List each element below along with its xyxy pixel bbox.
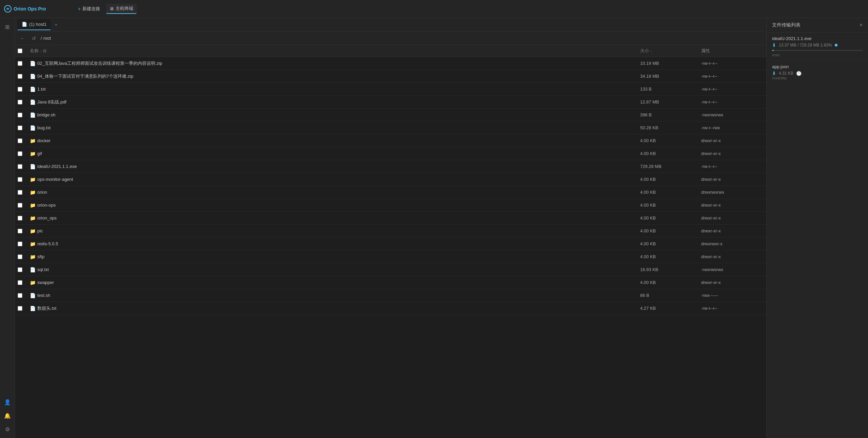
file-name: bridge.sh: [37, 112, 55, 117]
col-name-sort[interactable]: ↕: [40, 49, 42, 53]
tab-file-icon: 📄: [22, 22, 27, 27]
topbar: Orion Ops Pro + 新建连接 🖥 主机终端: [0, 0, 868, 18]
table-row[interactable]: 📁 redis-5.0.5 4.00 KB drwxrwxr-x: [15, 237, 766, 250]
file-type-icon: 📁: [30, 203, 35, 208]
table-row[interactable]: 📁 orion-ops 4.00 KB drwxr-xr-x: [15, 199, 766, 212]
row-checkbox[interactable]: [18, 87, 22, 92]
row-checkbox[interactable]: [18, 74, 22, 79]
file-perm: -rw-r--r--: [698, 164, 766, 169]
table-row[interactable]: 📁 ops-monitor-agent 4.00 KB drwxr-xr-x: [15, 173, 766, 186]
col-name-label: 名称: [30, 48, 39, 54]
row-checkbox[interactable]: [18, 229, 22, 233]
table-row[interactable]: 📄 idealU-2021.1.1.exe 729.28 MB -rw-r--r…: [15, 160, 766, 173]
sidebar: ⊞ 👤 🔔 ⚙: [0, 18, 15, 438]
transfer-item-progress-text: 13.37 MB / 729.28 MB 1.83%: [779, 43, 832, 47]
table-row[interactable]: 📁 pic 4.00 KB drwxr-xr-x: [15, 225, 766, 237]
row-checkbox[interactable]: [18, 61, 22, 66]
file-size: 4.00 KB: [637, 228, 698, 233]
table-row[interactable]: 📄 Java 8实战.pdf 12.87 MB -rw-r--r--: [15, 96, 766, 109]
file-name: bug.txt: [37, 125, 51, 130]
file-type-icon: 📄: [30, 306, 35, 311]
new-connection-button[interactable]: + 新建连接: [75, 4, 103, 14]
row-checkbox[interactable]: [18, 164, 22, 169]
file-table: 名称 ↕ ⊟ 大小 ↕ 属性 📄 02_互联网Java工程师师面试攻击训练课程第…: [15, 45, 766, 438]
host-terminal-button[interactable]: 🖥 主机终端: [106, 4, 137, 14]
table-row[interactable]: 📄 bug.txt 50.28 KB -rw-r--rwx: [15, 121, 766, 134]
file-type-icon: 📁: [30, 228, 35, 234]
file-perm: drwxrwxrwx: [698, 190, 766, 195]
transfer-item-path: /root: [772, 53, 863, 57]
table-row[interactable]: 📄 1.txt 133 B -rw-r--r--: [15, 83, 766, 96]
file-perm: -rwxrwxrwx: [698, 267, 766, 272]
row-checkbox[interactable]: [18, 254, 22, 259]
transfer-panel-close-button[interactable]: ×: [860, 22, 863, 28]
row-checkbox[interactable]: [18, 203, 22, 208]
file-name: sql.txt: [37, 267, 49, 272]
col-attr-label: 属性: [701, 48, 710, 54]
file-size: 4.00 KB: [637, 151, 698, 156]
table-row[interactable]: 📁 orion 4.00 KB drwxrwxrwx: [15, 186, 766, 199]
row-checkbox[interactable]: [18, 293, 22, 298]
transfer-item-info: ⬇ 13.37 MB / 729.28 MB 1.83%: [772, 42, 863, 48]
file-type-icon: 📄: [30, 267, 35, 272]
row-checkbox[interactable]: [18, 306, 22, 311]
table-row[interactable]: 📁 swapper 4.00 KB drwxr-xr-x: [15, 276, 766, 289]
file-size: 4.00 KB: [637, 203, 698, 208]
table-row[interactable]: 📄 数据头.txt 4.27 KB -rw-r--r--: [15, 302, 766, 315]
table-row[interactable]: 📁 sftp 4.00 KB drwxr-xr-x: [15, 250, 766, 263]
row-checkbox[interactable]: [18, 100, 22, 104]
tab-host1[interactable]: 📄 (1) host1: [18, 19, 51, 30]
refresh-button[interactable]: ↺: [29, 34, 39, 43]
back-button[interactable]: ←: [18, 34, 27, 43]
table-row[interactable]: 📄 02_互联网Java工程师师面试攻击训练课程第一季的内容说明.zip 10.…: [15, 57, 766, 70]
table-row[interactable]: 📄 bridge.sh 396 B -rwxrwxrwx: [15, 109, 766, 121]
row-checkbox[interactable]: [18, 280, 22, 285]
table-row[interactable]: 📄 test.sh 86 B -rwx------: [15, 289, 766, 302]
sidebar-grid-icon[interactable]: ⊞: [1, 21, 14, 33]
table-row[interactable]: 📁 docker 4.00 KB drwxr-xr-x: [15, 134, 766, 147]
file-type-icon: 📄: [30, 112, 35, 118]
sidebar-settings-icon[interactable]: ⚙: [1, 423, 14, 435]
table-row[interactable]: 📄 sql.txt 16.93 KB -rwxrwxrwx: [15, 263, 766, 276]
file-name: pic: [37, 228, 43, 233]
file-rows-container: 📄 02_互联网Java工程师师面试攻击训练课程第一季的内容说明.zip 10.…: [15, 57, 766, 315]
sidebar-user-icon[interactable]: 👤: [1, 396, 14, 408]
row-checkbox[interactable]: [18, 126, 22, 130]
row-checkbox[interactable]: [18, 267, 22, 272]
table-row[interactable]: 📄 04_体验一下面试官对于满意队列的7个连环难.zip 34.18 MB -r…: [15, 70, 766, 83]
new-connection-label: 新建连接: [82, 6, 100, 12]
row-checkbox[interactable]: [18, 113, 22, 117]
row-checkbox[interactable]: [18, 138, 22, 143]
file-name: sftp: [37, 254, 44, 259]
table-row[interactable]: 📁 orion_ops 4.00 KB drwxr-xr-x: [15, 212, 766, 225]
row-checkbox[interactable]: [18, 177, 22, 182]
file-size: 729.28 MB: [637, 164, 698, 169]
file-name: 04_体验一下面试官对于满意队列的7个连环难.zip: [37, 73, 133, 79]
file-name: 02_互联网Java工程师师面试攻击训练课程第一季的内容说明.zip: [37, 60, 162, 66]
file-name: test.sh: [37, 293, 50, 298]
file-size: 4.00 KB: [637, 241, 698, 246]
col-size-sort[interactable]: ↕: [650, 49, 652, 53]
file-perm: -rwxrwxrwx: [698, 112, 766, 117]
row-checkbox[interactable]: [18, 242, 22, 246]
table-row[interactable]: 📁 gif 4.00 KB drwxr-xr-x: [15, 147, 766, 160]
app-title: Orion Ops Pro: [14, 6, 46, 12]
content-area: 📄 (1) host1 + ← ↺ / root 名称 ↕ ⊟: [15, 18, 766, 438]
row-checkbox[interactable]: [18, 190, 22, 195]
select-all-checkbox[interactable]: [18, 49, 22, 53]
file-perm: -rw-r--r--: [698, 99, 766, 104]
file-name: orion_ops: [37, 215, 57, 221]
col-name-filter[interactable]: ⊟: [43, 49, 46, 53]
file-perm: -rwx------: [698, 293, 766, 298]
row-checkbox[interactable]: [18, 151, 22, 156]
file-size: 133 B: [637, 87, 698, 92]
sidebar-bell-icon[interactable]: 🔔: [1, 410, 14, 422]
file-perm: drwxr-xr-x: [698, 138, 766, 143]
row-checkbox[interactable]: [18, 216, 22, 221]
transfer-panel: 文件传输列表 × idealU-2021.1.1.exe ⬇ 13.37 MB …: [766, 18, 868, 438]
file-type-icon: 📁: [30, 280, 35, 285]
transfer-item: idealU-2021.1.1.exe ⬇ 13.37 MB / 729.28 …: [767, 33, 868, 61]
file-type-icon: 📁: [30, 254, 35, 260]
tab-add-button[interactable]: +: [52, 21, 60, 29]
file-type-icon: 📄: [30, 293, 35, 298]
